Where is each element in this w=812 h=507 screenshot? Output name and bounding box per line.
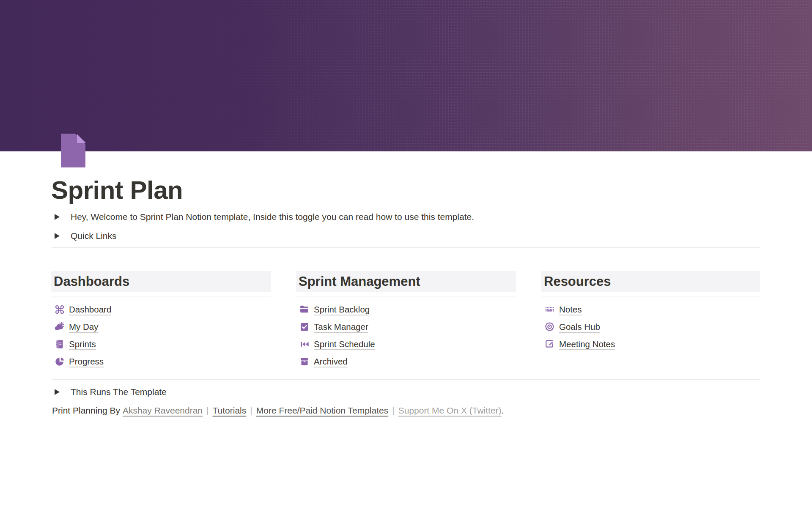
link-goals-hub[interactable]: Goals Hub — [541, 318, 760, 335]
column-resources: Resources Notes — [541, 271, 760, 353]
compose-edit-icon — [544, 339, 555, 349]
keyboard-icon — [544, 304, 555, 315]
toggle-triangle-icon[interactable] — [52, 387, 62, 397]
column-dashboards: Dashboards Dashboard — [51, 271, 271, 370]
toggle-triangle-icon[interactable] — [52, 212, 62, 222]
page-cover-gradient[interactable] — [0, 0, 812, 151]
credits-line: Print Planning By Akshay Raveendran | Tu… — [52, 404, 504, 417]
link-label: Notes — [559, 304, 582, 315]
welcome-toggle-label: Hey, Welcome to Sprint Plan Notion templ… — [71, 212, 474, 222]
separator: | — [246, 406, 256, 416]
runs-template-toggle-label: This Runs The Template — [71, 387, 167, 397]
journal-document-icon — [54, 339, 65, 349]
link-label: My Day — [69, 322, 98, 332]
link-sprint-schedule[interactable]: Sprint Schedule — [296, 335, 516, 353]
target-icon — [544, 321, 555, 332]
divider — [52, 379, 760, 380]
sprint-management-header: Sprint Management — [296, 271, 516, 292]
link-label: Dashboard — [69, 304, 111, 315]
author-link[interactable]: Akshay Raveendran — [123, 406, 203, 416]
archive-box-icon — [299, 356, 310, 367]
divider — [296, 296, 516, 296]
link-meeting-notes[interactable]: Meeting Notes — [541, 335, 760, 353]
link-sprints[interactable]: Sprints — [51, 335, 271, 353]
support-twitter-link[interactable]: Support Me On X (Twitter) — [398, 406, 502, 416]
toggle-triangle-icon[interactable] — [52, 231, 62, 241]
separator: | — [388, 406, 398, 416]
link-label: Task Manager — [314, 322, 368, 332]
link-label: Sprint Backlog — [314, 304, 370, 315]
divider — [52, 247, 760, 248]
page-title: Sprint Plan — [51, 175, 183, 206]
sun-behind-cloud-icon — [54, 321, 65, 332]
link-archived[interactable]: Archived — [296, 353, 516, 370]
tutorials-link[interactable]: Tutorials — [213, 406, 247, 416]
folder-icon — [299, 304, 310, 315]
divider — [51, 296, 271, 296]
link-sprint-backlog[interactable]: Sprint Backlog — [296, 301, 516, 318]
runs-template-toggle[interactable]: This Runs The Template — [52, 386, 167, 398]
quick-links-toggle-label: Quick Links — [71, 231, 117, 241]
link-label: Sprint Schedule — [314, 339, 375, 349]
resources-header: Resources — [541, 271, 760, 292]
link-my-day[interactable]: My Day — [51, 318, 271, 335]
command-icon — [54, 304, 65, 315]
pie-chart-icon — [54, 356, 65, 367]
column-sprint-management: Sprint Management Sprint Backlog — [296, 271, 516, 370]
link-label: Archived — [314, 356, 348, 367]
link-notes[interactable]: Notes — [541, 301, 760, 318]
link-label: Meeting Notes — [559, 339, 615, 349]
credits-prefix: Print Planning By — [52, 406, 123, 416]
quick-links-toggle[interactable]: Quick Links — [52, 230, 117, 242]
link-label: Sprints — [69, 339, 96, 349]
link-label: Goals Hub — [559, 322, 600, 332]
divider — [541, 296, 760, 296]
link-progress[interactable]: Progress — [51, 353, 271, 370]
document-page-glyph — [59, 134, 86, 167]
link-dashboard[interactable]: Dashboard — [51, 301, 271, 318]
credits-period: . — [502, 406, 504, 416]
welcome-toggle[interactable]: Hey, Welcome to Sprint Plan Notion templ… — [52, 211, 474, 223]
purple-document-page-icon[interactable] — [59, 134, 86, 167]
separator: | — [203, 406, 212, 416]
link-label: Progress — [69, 356, 104, 367]
rewind-icon — [299, 339, 310, 349]
link-task-manager[interactable]: Task Manager — [296, 318, 516, 335]
dashboards-list: Dashboard M — [51, 301, 271, 370]
sprint-management-list: Sprint Backlog Task Manager — [296, 301, 516, 370]
resources-list: Notes Goals Hub — [541, 301, 760, 353]
notion-page: Sprint Plan Hey, Welcome to Sprint Plan … — [0, 0, 812, 507]
dashboards-header: Dashboards — [51, 271, 271, 292]
checkbox-icon — [299, 321, 310, 332]
more-templates-link[interactable]: More Free/Paid Notion Templates — [256, 406, 388, 416]
